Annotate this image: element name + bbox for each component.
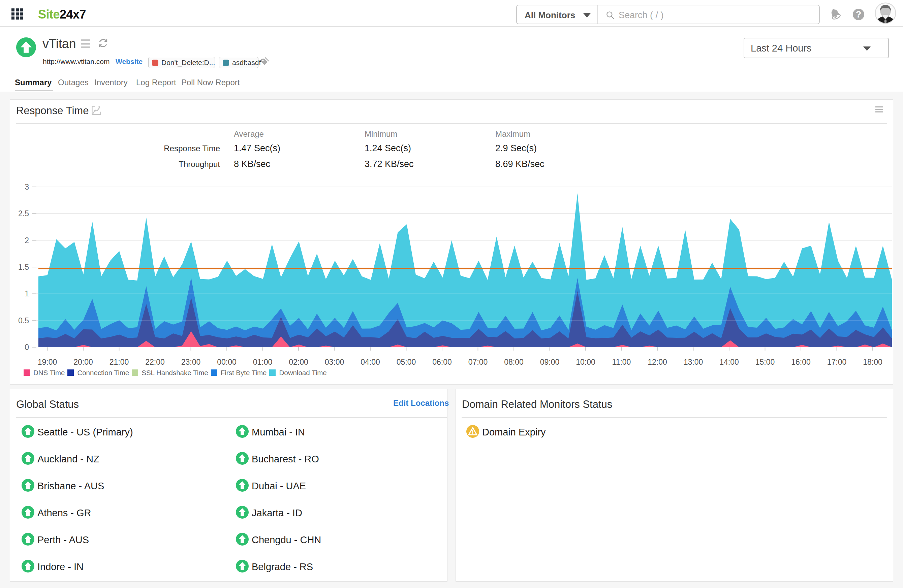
svg-text:17:00: 17:00 xyxy=(827,358,847,366)
svg-text:01:00: 01:00 xyxy=(253,358,272,366)
svg-text:15:00: 15:00 xyxy=(755,358,775,366)
svg-text:20:00: 20:00 xyxy=(74,358,93,366)
svg-text:05:00: 05:00 xyxy=(396,358,416,366)
svg-text:1.5: 1.5 xyxy=(18,263,29,271)
svg-text:07:00: 07:00 xyxy=(468,358,488,366)
svg-text:08:00: 08:00 xyxy=(504,358,524,366)
svg-text:03:00: 03:00 xyxy=(325,358,345,366)
svg-text:2.5: 2.5 xyxy=(18,209,29,218)
svg-text:18:00: 18:00 xyxy=(863,358,883,366)
svg-text:13:00: 13:00 xyxy=(684,358,703,366)
svg-text:16:00: 16:00 xyxy=(791,358,811,366)
svg-text:0.5: 0.5 xyxy=(18,316,29,325)
svg-text:12:00: 12:00 xyxy=(648,358,667,366)
svg-text:10:00: 10:00 xyxy=(576,358,595,366)
svg-text:19:00: 19:00 xyxy=(38,358,57,366)
svg-text:2: 2 xyxy=(25,236,29,245)
svg-text:09:00: 09:00 xyxy=(540,358,560,366)
svg-text:0: 0 xyxy=(25,343,29,351)
svg-text:14:00: 14:00 xyxy=(719,358,739,366)
svg-text:04:00: 04:00 xyxy=(360,358,380,366)
svg-text:21:00: 21:00 xyxy=(110,358,129,366)
svg-text:22:00: 22:00 xyxy=(145,358,165,366)
svg-text:06:00: 06:00 xyxy=(432,358,452,366)
svg-text:23:00: 23:00 xyxy=(181,358,201,366)
svg-text:00:00: 00:00 xyxy=(217,358,236,366)
svg-text:3: 3 xyxy=(25,182,29,191)
svg-text:1: 1 xyxy=(25,289,29,298)
svg-text:11:00: 11:00 xyxy=(612,358,631,366)
svg-text:02:00: 02:00 xyxy=(289,358,308,366)
